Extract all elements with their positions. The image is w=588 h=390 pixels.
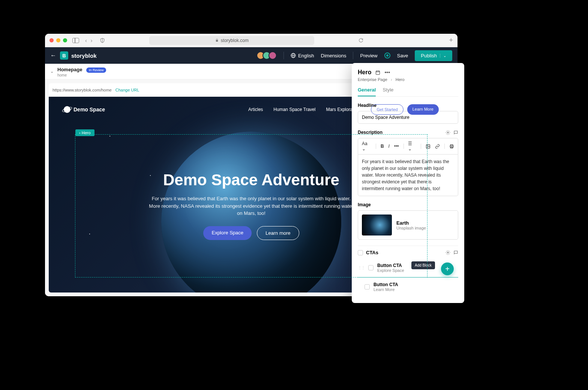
traffic-lights[interactable] <box>50 38 67 42</box>
divider <box>353 52 353 59</box>
comment-icon[interactable] <box>453 130 458 135</box>
nav-link[interactable]: Mars Exploration <box>326 107 360 112</box>
url-bar[interactable]: storyblok.com <box>149 36 314 45</box>
hero-description: For years it was believed that Earth was… <box>148 195 354 217</box>
browser-chrome: ‹ › storyblok.com + <box>45 34 458 47</box>
learn-more-button[interactable]: Learn More <box>407 104 439 115</box>
publish-button[interactable]: Publish ⌄ <box>415 50 452 61</box>
lock-icon <box>215 38 219 42</box>
forward-icon[interactable]: › <box>91 38 93 44</box>
storyblok-logo-icon: B <box>60 51 68 60</box>
panel-title: Hero <box>358 69 371 76</box>
language-label: English <box>298 53 314 58</box>
preview-content: Demo Space Articles Human Space Travel M… <box>49 97 454 292</box>
tab-style[interactable]: Style <box>382 87 393 96</box>
cta-block-item[interactable]: Button CTA Learn More <box>358 278 458 296</box>
close-icon[interactable] <box>50 38 54 42</box>
get-started-button[interactable]: Get Started <box>371 104 403 115</box>
gear-icon[interactable] <box>446 250 450 255</box>
shield-icon[interactable] <box>100 38 105 43</box>
sidebar-toggle-icon[interactable] <box>72 38 79 43</box>
hero-content: Demo Space Adventure For years it was be… <box>49 122 454 240</box>
nav-link[interactable]: Articles <box>248 107 263 112</box>
tab-general[interactable]: General <box>358 87 376 96</box>
learn-more-button[interactable]: Learn more <box>257 226 299 240</box>
page-slug: home <box>57 73 106 77</box>
brand-name: storyblok <box>71 52 97 59</box>
reload-icon[interactable] <box>358 38 363 43</box>
explore-space-button[interactable]: Explore Space <box>203 226 252 240</box>
divider <box>284 52 284 59</box>
app-back-icon[interactable]: ← <box>50 52 56 59</box>
site-logo[interactable]: Demo Space <box>64 106 105 113</box>
preview-button[interactable]: Preview <box>360 53 377 58</box>
planet-icon <box>64 106 70 113</box>
save-button[interactable]: Save <box>397 53 408 58</box>
status-indicator-icon[interactable] <box>384 52 390 58</box>
schedule-icon[interactable] <box>375 70 381 75</box>
minimize-icon[interactable] <box>56 38 60 42</box>
crumb-item[interactable]: Enterprise Page <box>358 77 387 82</box>
chevron-down-icon[interactable]: ⌄ <box>440 54 446 58</box>
publish-label: Publish <box>421 53 437 58</box>
dimensions-button[interactable]: Dimensions <box>321 53 346 58</box>
panel-tabs: General Style <box>358 87 458 97</box>
language-selector[interactable]: English <box>291 53 314 58</box>
nav-link[interactable]: Human Space Travel <box>273 107 315 112</box>
comment-icon[interactable] <box>453 250 458 255</box>
add-block-button[interactable]: + <box>441 262 454 275</box>
site-nav: Demo Space Articles Human Space Travel M… <box>49 97 454 122</box>
crumb-item[interactable]: Hero <box>396 77 405 82</box>
hero-headline: Demo Space Adventure <box>49 171 454 189</box>
preview-url: https://www.storyblok.com/home <box>52 88 112 92</box>
cta-name: Button CTA <box>374 282 398 287</box>
change-url-link[interactable]: Change URL <box>116 88 140 92</box>
new-tab-icon[interactable]: + <box>449 36 453 44</box>
collaborator-avatars[interactable] <box>256 51 277 60</box>
svg-rect-15 <box>376 71 380 74</box>
status-badge: In Review <box>86 68 106 73</box>
cta-checkbox[interactable] <box>364 284 370 290</box>
globe-icon <box>291 53 296 58</box>
page-title: Homepage <box>57 67 82 72</box>
app-header: ← B storyblok English Dimensions Preview… <box>45 47 458 64</box>
back-icon[interactable]: ‹ <box>85 38 87 44</box>
url-text: storyblok.com <box>221 38 249 43</box>
preview-area: https://www.storyblok.com/home Change UR… <box>45 80 458 296</box>
chevron-down-icon[interactable]: ⌄ <box>50 69 54 74</box>
cta-sub: Learn More <box>374 287 398 292</box>
more-icon[interactable]: ••• <box>384 69 390 75</box>
breadcrumb: Enterprise Page › Hero <box>358 77 458 82</box>
maximize-icon[interactable] <box>63 38 67 42</box>
site-name: Demo Space <box>74 106 105 112</box>
svg-point-25 <box>447 252 448 253</box>
avatar[interactable] <box>268 51 277 60</box>
